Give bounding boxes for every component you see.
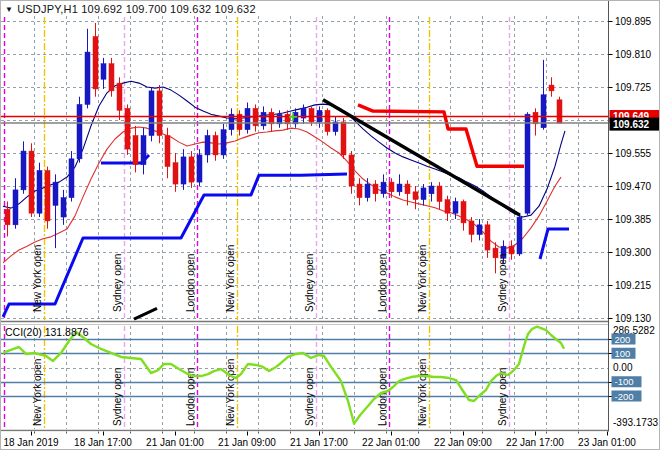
svg-text:109.555: 109.555 <box>615 148 652 159</box>
svg-text:18 Jan 2019: 18 Jan 2019 <box>3 437 58 448</box>
candle <box>525 112 530 215</box>
svg-text:22 Jan 09:00: 22 Jan 09:00 <box>434 437 492 448</box>
session-label: New York open <box>417 359 428 426</box>
candle <box>149 87 154 141</box>
session-label: London open <box>377 254 388 312</box>
svg-text:109.470: 109.470 <box>615 181 652 192</box>
svg-text:109.385: 109.385 <box>615 214 652 225</box>
session-label: Sydney open <box>497 368 508 426</box>
svg-text:200: 200 <box>615 334 631 345</box>
price-chart-canvas[interactable]: New York openNew York openSydney openSyd… <box>1 1 660 450</box>
session-label: New York open <box>225 359 236 426</box>
candle <box>109 58 114 97</box>
session-label: New York open <box>32 359 43 426</box>
svg-text:109.632: 109.632 <box>613 119 650 130</box>
candle <box>341 118 346 159</box>
session-label: Sydney open <box>304 254 315 312</box>
session-label: Sydney open <box>112 368 123 426</box>
chart-title-bar: ▼USDJPY,H1 109.692 109.700 109.632 109.6… <box>5 3 256 15</box>
candle <box>29 143 34 217</box>
svg-text:109.895: 109.895 <box>615 16 652 27</box>
svg-text:18 Jan 17:00: 18 Jan 17:00 <box>74 437 132 448</box>
svg-text:100: 100 <box>615 348 631 359</box>
candle <box>125 104 130 154</box>
candle <box>37 163 42 217</box>
svg-text:22 Jan 01:00: 22 Jan 01:00 <box>362 437 420 448</box>
svg-text:CCI(20) 131.8876: CCI(20) 131.8876 <box>5 326 89 338</box>
candle <box>69 151 74 201</box>
session-label: Sydney open <box>112 254 123 312</box>
svg-text:-100: -100 <box>615 376 634 387</box>
svg-text:109.725: 109.725 <box>615 82 652 93</box>
svg-text:-393.1733: -393.1733 <box>613 417 658 428</box>
session-label: New York open <box>417 245 428 312</box>
svg-text:109.130: 109.130 <box>615 313 652 324</box>
session-label: New York open <box>32 245 43 312</box>
candle <box>77 97 82 163</box>
candle <box>45 167 50 229</box>
candle <box>557 97 562 123</box>
svg-text:109.810: 109.810 <box>615 49 652 60</box>
svg-text:22 Jan 17:00: 22 Jan 17:00 <box>506 437 564 448</box>
svg-text:21 Jan 17:00: 21 Jan 17:00 <box>290 437 348 448</box>
session-label: London open <box>377 368 388 426</box>
candle <box>517 213 522 256</box>
svg-text:23 Jan 01:00: 23 Jan 01:00 <box>578 437 636 448</box>
svg-text:21 Jan 09:00: 21 Jan 09:00 <box>218 437 276 448</box>
mt4-chart-window: ▼USDJPY,H1 109.692 109.700 109.632 109.6… <box>0 0 660 450</box>
svg-text:109.215: 109.215 <box>615 280 652 291</box>
svg-text:0.00: 0.00 <box>613 362 633 373</box>
candle <box>157 85 162 143</box>
cci-label: CCI(20) 131.8876 <box>5 326 89 338</box>
time-axis: 18 Jan 201918 Jan 17:0021 Jan 01:0021 Ja… <box>1 432 660 450</box>
chart-dropdown-icon[interactable]: ▼ <box>5 5 13 14</box>
svg-text:21 Jan 01:00: 21 Jan 01:00 <box>146 437 204 448</box>
svg-text:-200: -200 <box>615 391 634 402</box>
session-label: New York open <box>225 245 236 312</box>
chart-title-ohlc: USDJPY,H1 109.692 109.700 109.632 109.63… <box>17 3 256 15</box>
session-label: Sydney open <box>497 254 508 312</box>
session-label: Sydney open <box>304 368 315 426</box>
svg-text:109.300: 109.300 <box>615 247 652 258</box>
candle <box>325 108 330 135</box>
session-label: London open <box>185 254 196 312</box>
